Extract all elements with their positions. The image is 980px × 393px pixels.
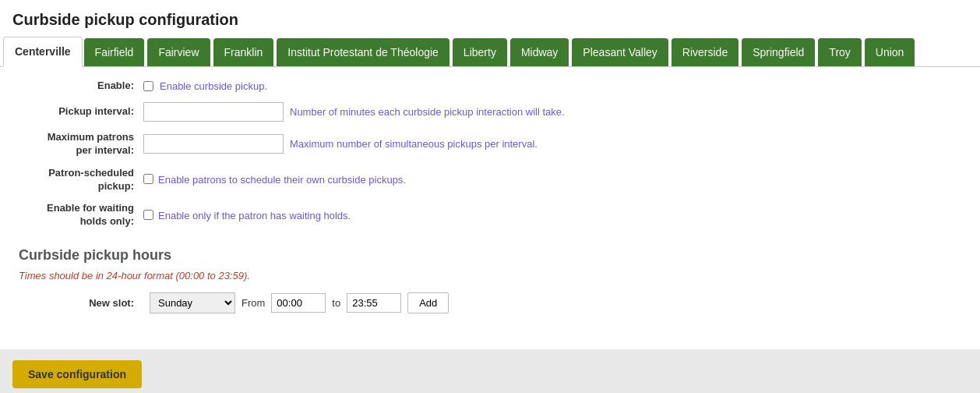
tab-institut-protestant-de-théologie[interactable]: Institut Protestant de Théologie xyxy=(277,38,449,66)
max-patrons-label: Maximum patrons per interval: xyxy=(19,131,143,158)
pickup-interval-label: Pickup interval: xyxy=(19,105,143,119)
new-slot-row: New slot: SundayMondayTuesdayWednesdayTh… xyxy=(19,292,961,313)
pickup-interval-row: Pickup interval: Number of minutes each … xyxy=(19,102,961,122)
footer-bar: Save configuration xyxy=(0,349,980,393)
content-area: Enable: Enable curbside pickup. Pickup i… xyxy=(0,67,980,326)
tab-union[interactable]: Union xyxy=(865,38,915,66)
from-label: From xyxy=(241,297,265,309)
waiting-holds-label: Enable for waiting holds only: xyxy=(19,202,143,228)
waiting-holds-checkbox[interactable] xyxy=(143,210,153,220)
pickup-interval-input[interactable] xyxy=(143,102,284,122)
time-hint: Times should be in 24-hour format (00:00… xyxy=(19,270,961,281)
waiting-holds-text: Enable only if the patron has waiting ho… xyxy=(158,210,351,221)
tab-fairview[interactable]: Fairview xyxy=(147,38,210,66)
new-slot-label: New slot: xyxy=(19,297,143,309)
enable-checkbox[interactable] xyxy=(143,81,153,91)
to-label: to xyxy=(332,297,340,309)
hours-section-title: Curbside pickup hours xyxy=(19,247,961,264)
tab-pleasant-valley[interactable]: Pleasant Valley xyxy=(572,38,668,66)
enable-checkbox-text: Enable curbside pickup. xyxy=(160,80,267,92)
tab-fairfield[interactable]: Fairfield xyxy=(84,38,145,66)
add-button[interactable]: Add xyxy=(407,292,449,313)
max-patrons-row: Maximum patrons per interval: Maximum nu… xyxy=(19,131,961,158)
pickup-interval-hint: Number of minutes each curbside pickup i… xyxy=(290,106,565,118)
tab-midway[interactable]: Midway xyxy=(510,38,569,66)
tabs-bar: CentervilleFairfieldFairviewFranklinInst… xyxy=(0,37,980,67)
to-time-input[interactable] xyxy=(347,293,401,313)
waiting-holds-row: Enable for waiting holds only: Enable on… xyxy=(19,202,961,228)
tab-riverside[interactable]: Riverside xyxy=(672,38,739,66)
page-title: Curbside pickup configuration xyxy=(0,0,980,37)
form-section: Enable: Enable curbside pickup. Pickup i… xyxy=(19,80,961,228)
patron-scheduled-row: Patron-scheduled pickup: Enable patrons … xyxy=(19,167,961,193)
tab-troy[interactable]: Troy xyxy=(818,38,861,66)
tab-liberty[interactable]: Liberty xyxy=(453,38,507,66)
max-patrons-input[interactable] xyxy=(143,134,284,154)
max-patrons-control: Maximum number of simultaneous pickups p… xyxy=(143,134,538,154)
max-patrons-hint: Maximum number of simultaneous pickups p… xyxy=(290,138,538,150)
waiting-holds-control: Enable only if the patron has waiting ho… xyxy=(143,210,351,221)
patron-scheduled-checkbox[interactable] xyxy=(143,174,153,184)
page-wrapper: Curbside pickup configuration Centervill… xyxy=(0,0,980,393)
day-select[interactable]: SundayMondayTuesdayWednesdayThursdayFrid… xyxy=(150,292,235,313)
patron-scheduled-control: Enable patrons to schedule their own cur… xyxy=(143,174,406,186)
from-time-input[interactable] xyxy=(271,293,326,313)
tab-springfield[interactable]: Springfield xyxy=(742,38,815,66)
enable-row: Enable: Enable curbside pickup. xyxy=(19,80,961,93)
save-button[interactable]: Save configuration xyxy=(12,360,142,388)
pickup-interval-control: Number of minutes each curbside pickup i… xyxy=(143,102,565,122)
patron-scheduled-text: Enable patrons to schedule their own cur… xyxy=(158,174,406,186)
patron-scheduled-label: Patron-scheduled pickup: xyxy=(19,167,143,193)
tab-franklin[interactable]: Franklin xyxy=(213,38,274,66)
tab-centerville[interactable]: Centerville xyxy=(3,37,83,67)
enable-label: Enable: xyxy=(19,80,143,93)
enable-control: Enable curbside pickup. xyxy=(143,80,267,92)
